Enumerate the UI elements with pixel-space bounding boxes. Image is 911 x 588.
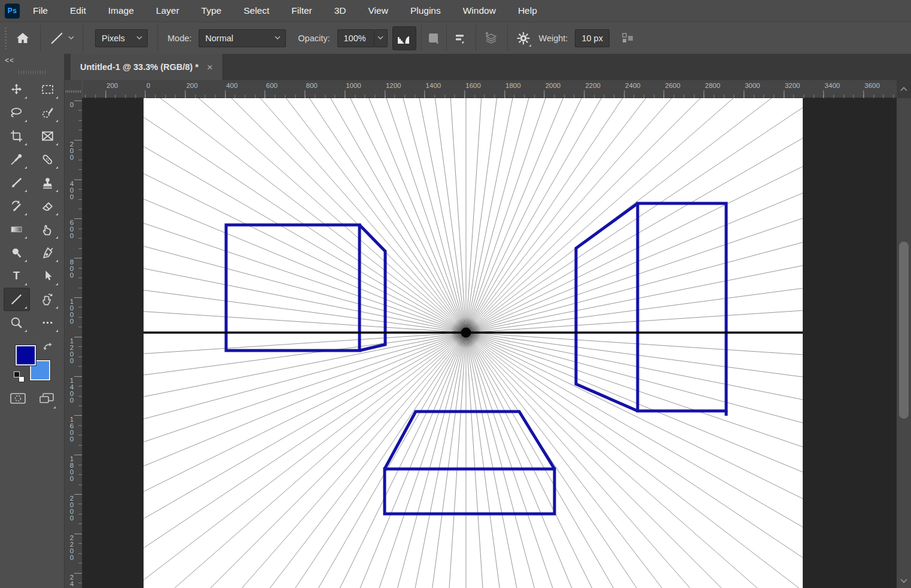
home-icon <box>15 31 31 45</box>
menu-item-3d[interactable]: 3D <box>334 5 346 16</box>
scroll-up-button[interactable] <box>897 80 911 98</box>
menu-item-layer[interactable]: Layer <box>156 5 179 16</box>
line-tool-icon <box>49 31 65 46</box>
tool-gradient[interactable] <box>4 218 30 241</box>
document-tab[interactable]: Untitled-1 @ 33.3% (RGB/8) * × <box>71 54 223 80</box>
tool-zoom[interactable] <box>4 311 30 334</box>
menu-item-window[interactable]: Window <box>463 5 496 16</box>
mode-label: Mode: <box>167 33 191 43</box>
tool-rotate-view[interactable] <box>35 288 61 311</box>
separator <box>83 25 83 51</box>
menu-item-file[interactable]: File <box>33 5 48 16</box>
rectangular-marquee-icon <box>41 83 54 96</box>
tool-quick-selection[interactable] <box>35 101 61 124</box>
menu-item-edit[interactable]: Edit <box>70 5 86 16</box>
opacity-input[interactable]: 100% <box>337 29 374 47</box>
mode-select[interactable]: Normal <box>199 29 286 47</box>
workspace: << T <box>0 54 911 588</box>
perspective-boxes <box>226 203 726 514</box>
flyout-indicator <box>25 236 27 239</box>
tool-rectangular-marquee[interactable] <box>35 78 61 101</box>
menu-item-help[interactable]: Help <box>518 5 537 16</box>
align-button[interactable] <box>454 32 467 44</box>
frame-icon <box>41 129 54 143</box>
svg-text:T: T <box>13 270 20 282</box>
document-canvas[interactable] <box>144 98 803 588</box>
weight-label: Weight: <box>539 33 568 43</box>
swap-colors-icon[interactable] <box>43 342 53 352</box>
collapse-panel-button[interactable]: << <box>5 56 14 65</box>
opacity-dropdown-button[interactable] <box>374 29 388 47</box>
tool-brush[interactable] <box>4 171 30 194</box>
tool-edit-toolbar[interactable] <box>35 311 61 334</box>
flyout-indicator <box>25 143 27 145</box>
tab-bar: Untitled-1 @ 33.3% (RGB/8) * × <box>65 54 911 80</box>
eraser-icon <box>41 199 54 213</box>
h-ruler-label: 1600 <box>465 82 481 89</box>
h-ruler-label: 1200 <box>386 82 401 89</box>
lasso-icon <box>10 106 23 120</box>
scroll-down-button[interactable] <box>897 575 911 587</box>
quick-mask-button[interactable] <box>10 392 26 407</box>
path-selection-icon <box>41 269 54 283</box>
tool-smudge[interactable] <box>35 218 61 241</box>
tool-settings-button[interactable] <box>516 31 531 45</box>
stroke-fill-button[interactable] <box>429 33 438 42</box>
default-colors-icon[interactable] <box>14 371 25 382</box>
v-ruler-label: 400 <box>65 181 79 200</box>
separator <box>157 25 158 51</box>
anti-alias-toggle[interactable] <box>392 26 416 50</box>
options-bar-grip[interactable] <box>4 28 8 49</box>
tool-pen[interactable] <box>35 241 61 264</box>
screen-mode-button[interactable] <box>38 392 55 407</box>
tab-close-icon[interactable]: × <box>207 62 213 72</box>
tools-panel: << T <box>0 54 65 588</box>
foreground-color-swatch[interactable] <box>16 345 36 365</box>
menu-item-select[interactable]: Select <box>243 5 269 16</box>
tool-move[interactable] <box>4 78 30 101</box>
tool-eraser[interactable] <box>35 194 61 218</box>
scrollbar-thumb[interactable] <box>899 242 909 419</box>
tool-eyedropper[interactable] <box>4 148 30 171</box>
menu-item-view[interactable]: View <box>368 5 388 16</box>
flyout-indicator <box>25 330 27 332</box>
tool-preset-picker[interactable] <box>48 31 75 46</box>
menu-item-plugins[interactable]: Plugins <box>410 5 441 16</box>
anti-alias-icon <box>397 32 412 45</box>
unit-select[interactable]: Pixels <box>95 29 148 47</box>
right-box <box>576 203 726 416</box>
flyout-indicator <box>25 96 27 99</box>
h-ruler-label: 3600 <box>864 82 880 89</box>
ruler-origin[interactable] <box>65 80 83 98</box>
arrange-button[interactable] <box>621 32 633 44</box>
flyout-indicator <box>56 330 58 332</box>
h-ruler-label: 3400 <box>825 82 840 89</box>
menu-item-type[interactable]: Type <box>202 5 222 16</box>
weight-input[interactable]: 10 px <box>575 29 610 47</box>
smudge-icon <box>41 223 54 236</box>
edit-toolbar-icon <box>41 316 54 330</box>
v-ruler-label: 2400 <box>65 574 79 588</box>
tool-spot-healing-brush[interactable] <box>35 148 61 171</box>
vertical-scrollbar[interactable] <box>897 98 911 588</box>
tool-lasso[interactable] <box>4 101 30 124</box>
vertical-ruler[interactable]: 0200400600800100012001400160018002000220… <box>65 98 83 588</box>
tool-line[interactable] <box>4 288 30 311</box>
tool-crop[interactable] <box>4 124 30 148</box>
tool-frame[interactable] <box>35 124 61 148</box>
tool-dodge[interactable] <box>4 241 30 264</box>
tool-history-brush[interactable] <box>4 194 30 218</box>
tool-path-selection[interactable] <box>35 264 61 288</box>
mode-select-value: Normal <box>205 33 233 43</box>
separator <box>40 25 41 51</box>
clone-stamp-icon <box>41 176 54 190</box>
menu-item-filter[interactable]: Filter <box>291 5 312 16</box>
h-ruler-label: 2400 <box>625 82 641 89</box>
menu-item-image[interactable]: Image <box>108 5 134 16</box>
tool-type[interactable]: T <box>4 264 30 288</box>
tools-panel-grip[interactable] <box>19 71 46 74</box>
horizontal-ruler[interactable]: 2000200400600800100012001400160018002000… <box>65 80 897 98</box>
tool-clone-stamp[interactable] <box>35 171 61 194</box>
home-button[interactable] <box>15 31 31 45</box>
layer-arrange-button[interactable] <box>483 31 499 46</box>
